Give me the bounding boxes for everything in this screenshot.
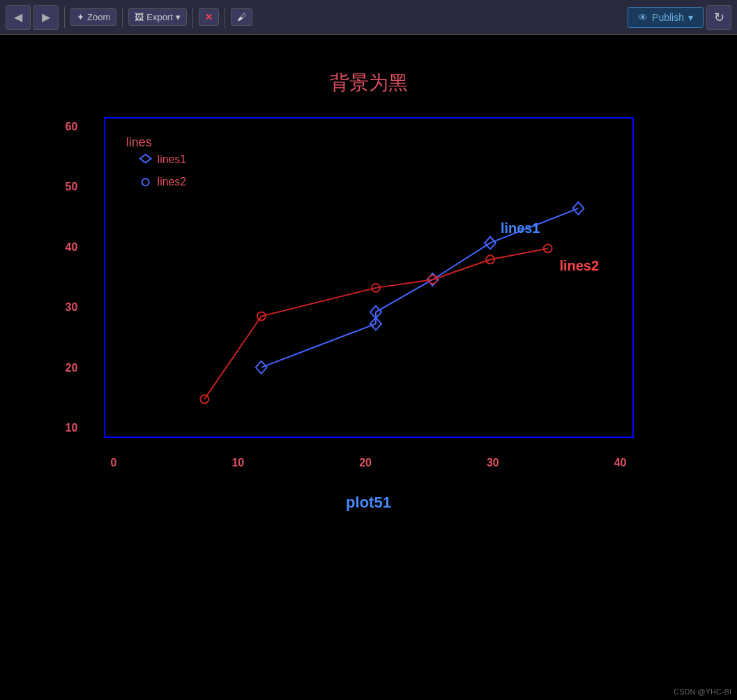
toolbar: ◀ ▶ ✦ Zoom 🖼 Export ▾ ✕ 🖌 👁 Publish ▾ ↻ (0, 0, 737, 35)
x-label-20: 20 (359, 457, 372, 469)
zoom-icon: ✦ (77, 12, 84, 22)
y-label-40: 40 (66, 241, 78, 254)
legend-lines2-label: lines2 (157, 176, 186, 188)
close-button[interactable]: ✕ (199, 8, 219, 26)
separator-4 (225, 7, 225, 28)
y-label-60: 60 (66, 121, 78, 133)
zoom-button[interactable]: ✦ Zoom (70, 8, 116, 26)
publish-icon: 👁 (638, 12, 648, 23)
x-axis-title: plot51 (346, 494, 391, 512)
brush-button[interactable]: 🖌 (231, 8, 252, 26)
separator-1 (64, 7, 65, 28)
main-content: 背景为黑 60 50 40 30 20 10 lines lines1 line… (0, 35, 737, 700)
export-label: Export (146, 12, 173, 22)
lines2-annotation: lines2 (559, 258, 598, 273)
chart-wrapper: 60 50 40 30 20 10 lines lines1 lines2 (104, 117, 634, 438)
export-button[interactable]: 🖼 Export ▾ (128, 8, 187, 26)
brush-icon: 🖌 (237, 12, 246, 22)
legend-title: lines (126, 135, 151, 149)
publish-dropdown-icon: ▾ (688, 12, 693, 23)
forward-icon: ▶ (42, 10, 50, 24)
y-label-20: 20 (66, 362, 78, 374)
legend-lines2-icon (142, 178, 149, 185)
y-label-10: 10 (66, 422, 78, 434)
chart-title: 背景为黑 (330, 70, 408, 96)
legend-lines1-icon (139, 155, 151, 163)
zoom-label: Zoom (87, 12, 110, 22)
watermark: CSDN @YHC-BI (674, 687, 731, 696)
x-label-40: 40 (614, 457, 627, 469)
publish-label: Publish (652, 12, 684, 23)
x-axis-labels: 0 10 20 30 40 (104, 457, 634, 469)
forward-button[interactable]: ▶ (33, 5, 59, 30)
x-label-10: 10 (231, 457, 244, 469)
chart-svg: lines lines1 lines2 lines1 (104, 117, 634, 438)
refresh-icon: ↻ (714, 10, 724, 25)
separator-3 (192, 7, 193, 28)
y-label-30: 30 (66, 301, 78, 314)
legend-lines1-label: lines1 (157, 153, 186, 165)
export-dropdown-icon: ▾ (176, 12, 181, 22)
back-icon: ◀ (14, 10, 22, 24)
x-label-0: 0 (111, 457, 117, 469)
y-label-50: 50 (66, 181, 78, 193)
lines1-annotation: lines1 (501, 220, 540, 236)
close-icon: ✕ (205, 12, 213, 22)
export-icon: 🖼 (135, 12, 144, 22)
separator-2 (122, 7, 123, 28)
publish-button[interactable]: 👁 Publish ▾ (628, 7, 704, 28)
x-label-30: 30 (487, 457, 499, 469)
back-button[interactable]: ◀ (6, 5, 31, 30)
y-axis-labels: 60 50 40 30 20 10 (66, 117, 78, 438)
refresh-button[interactable]: ↻ (706, 5, 731, 30)
